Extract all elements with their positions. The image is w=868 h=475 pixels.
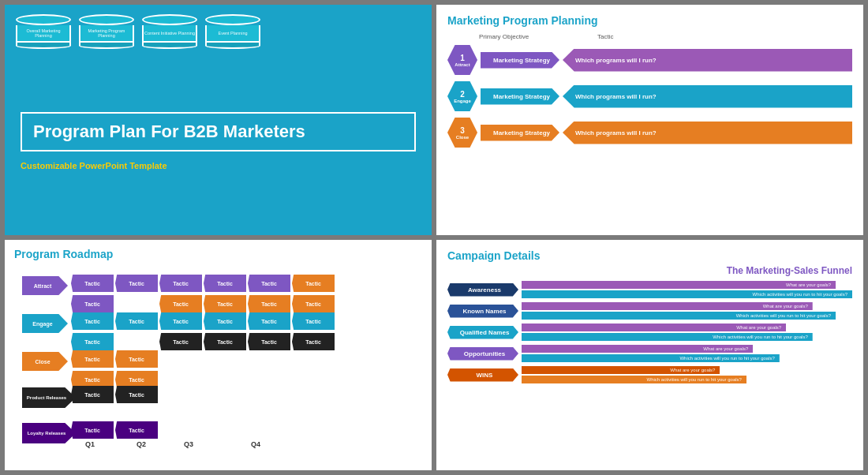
tactic-q3-1: Tactic bbox=[159, 275, 202, 292]
hex-close: 3 Close bbox=[447, 118, 477, 148]
bars-known: What are your goals? Which activities wi… bbox=[522, 302, 852, 320]
icon-row: Overall Marketing Planning Marketing Pro… bbox=[5, 5, 432, 55]
cylinder-2: Marketing Program Planning bbox=[79, 14, 134, 49]
q2-label: Q2 bbox=[137, 440, 146, 448]
bar-wins-goals: What are your goals? bbox=[522, 366, 720, 374]
tactic-e2: Tactic bbox=[115, 312, 158, 330]
tactic-q3-8: Tactic bbox=[204, 333, 246, 350]
column-labels: Primary Objective Tactic bbox=[447, 33, 852, 40]
row-engage: Engage bbox=[22, 314, 68, 333]
label-qualified: Qualified Names bbox=[447, 326, 518, 339]
subtitle: Customizable PowerPoint Template bbox=[21, 161, 416, 170]
row-close: Close bbox=[22, 352, 68, 371]
bar-qualified-activities: Which activities will you run to hit you… bbox=[522, 333, 813, 341]
tactic-q4-8: Tactic bbox=[292, 333, 335, 350]
cylinder-1: Overall Marketing Planning bbox=[16, 14, 71, 49]
slide-title: Overall Marketing Planning Marketing Pro… bbox=[5, 5, 432, 235]
label-awareness: Awareness bbox=[447, 283, 518, 297]
label-opportunities: Opportunities bbox=[447, 347, 518, 361]
hex-attract: 1 Attract bbox=[447, 45, 477, 75]
tactic-q3-6: Tactic bbox=[204, 312, 246, 330]
tactic-q3-3: Tactic bbox=[159, 295, 202, 312]
funnel-row-wins: WINS What are your goals? Which activiti… bbox=[447, 366, 852, 383]
tactic-q3-4: Tactic bbox=[204, 295, 246, 312]
cylinder-4: Event Planning bbox=[205, 14, 260, 49]
roadmap-grid: Attract Engage Close Product Releases Lo… bbox=[14, 265, 422, 454]
funnel-row-opportunities: Opportunities What are your goals? Which… bbox=[447, 345, 852, 362]
funnel-row-awareness: Awareness What are your goals? Which act… bbox=[447, 281, 852, 298]
tactic-e3: Tactic bbox=[71, 333, 114, 350]
label-known: Known Names bbox=[447, 305, 518, 318]
bar-known-activities: Which activities will you run to hit you… bbox=[522, 312, 836, 320]
funnel-row-known: Known Names What are your goals? Which a… bbox=[447, 302, 852, 320]
tactic-attract: Which programs will I run? bbox=[563, 49, 852, 72]
bar-awareness-goals: What are your goals? bbox=[522, 281, 836, 289]
tactic-q3-2: Tactic bbox=[204, 275, 246, 292]
q1-label: Q1 bbox=[85, 440, 95, 448]
label-wins: WINS bbox=[447, 368, 518, 382]
tactic-q4-2: Tactic bbox=[292, 275, 335, 292]
row-attract: Attract bbox=[22, 276, 68, 295]
funnel-row-qualified: Qualified Names What are your goals? Whi… bbox=[447, 324, 852, 341]
slide3-heading: Program Roadmap bbox=[14, 248, 422, 260]
tactic-engage: Which programs will I run? bbox=[563, 85, 852, 108]
tactic-q4-5: Tactic bbox=[248, 312, 290, 330]
strategy-close: Marketing Strategy bbox=[481, 125, 559, 141]
bar-known-goals: What are your goals? bbox=[522, 302, 813, 310]
bars-awareness: What are your goals? Which activities wi… bbox=[522, 281, 852, 298]
slide-marketing: Marketing Program Planning Primary Objec… bbox=[436, 5, 863, 235]
mpp-row-1: 1 Attract Marketing Strategy Which progr… bbox=[447, 45, 852, 75]
tactic-close: Which programs will I run? bbox=[563, 122, 852, 144]
tactic-q3-5: Tactic bbox=[159, 312, 202, 330]
cylinder-3: Content Initiative Planning bbox=[142, 14, 197, 49]
tactic-q4-3: Tactic bbox=[248, 295, 290, 312]
tactic-q3-7: Tactic bbox=[159, 333, 202, 350]
tactic-prod2: Tactic bbox=[115, 386, 158, 403]
tactic-a1q1: Tactic bbox=[71, 275, 114, 292]
mpp-row-3: 3 Close Marketing Strategy Which program… bbox=[447, 118, 852, 148]
bar-opps-goals: What are your goals? bbox=[522, 345, 753, 353]
bar-qualified-goals: What are your goals? bbox=[522, 324, 786, 331]
bar-opps-activities: Which activities will you run to hit you… bbox=[522, 354, 780, 362]
bars-qualified: What are your goals? Which activities wi… bbox=[522, 324, 852, 341]
tactic-q4-7: Tactic bbox=[248, 333, 290, 350]
bars-opportunities: What are your goals? Which activities wi… bbox=[522, 345, 852, 362]
tactic-a3q1: Tactic bbox=[71, 295, 114, 312]
tactic-q4-6: Tactic bbox=[292, 312, 335, 330]
tactic-e1: Tactic bbox=[71, 312, 114, 330]
main-title: Program Plan For B2B Marketers bbox=[33, 122, 403, 142]
tactic-close3: Tactic bbox=[71, 371, 114, 388]
q3-label: Q3 bbox=[184, 440, 193, 448]
row-loyalty: Loyalty Releases bbox=[22, 423, 76, 443]
hex-engage: 2 Engage bbox=[447, 81, 477, 111]
tactic-a2q1: Tactic bbox=[115, 275, 158, 292]
title-content: Program Plan For B2B Marketers Customiza… bbox=[5, 55, 432, 235]
bar-wins-activities: Which activities will you run to hit you… bbox=[522, 376, 746, 383]
bar-awareness-activities: Which activities will you run to hit you… bbox=[522, 290, 852, 298]
row-product: Product Releases bbox=[22, 387, 76, 408]
tactic-q4-4: Tactic bbox=[292, 295, 335, 312]
tactic-q4-1: Tactic bbox=[248, 275, 290, 292]
q4-label: Q4 bbox=[251, 440, 260, 448]
strategy-engage: Marketing Strategy bbox=[481, 88, 559, 105]
slide4-heading: Campaign Details bbox=[447, 249, 852, 262]
tactic-loy2: Tactic bbox=[115, 421, 158, 439]
tactic-prod1: Tactic bbox=[71, 386, 114, 403]
title-box: Program Plan For B2B Marketers bbox=[21, 112, 416, 151]
tactic-close1: Tactic bbox=[71, 350, 114, 368]
tactic-close2: Tactic bbox=[115, 350, 158, 368]
tactic-close4: Tactic bbox=[115, 371, 158, 388]
slide-campaign: Campaign Details The Marketing-Sales Fun… bbox=[436, 240, 863, 470]
bars-wins: What are your goals? Which activities wi… bbox=[522, 366, 852, 383]
tactic-loy1: Tactic bbox=[71, 421, 114, 439]
funnel-title: The Marketing-Sales Funnel bbox=[447, 265, 852, 276]
slide2-heading: Marketing Program Planning bbox=[447, 14, 852, 27]
mpp-row-2: 2 Engage Marketing Strategy Which progra… bbox=[447, 81, 852, 111]
strategy-attract: Marketing Strategy bbox=[481, 52, 559, 69]
slide-roadmap: Program Roadmap Attract Engage Close Pro… bbox=[5, 240, 432, 470]
